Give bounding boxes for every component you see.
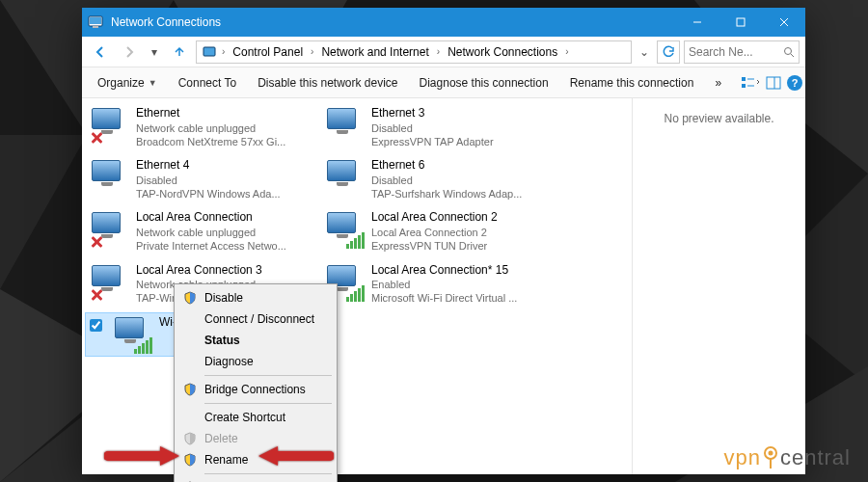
address-bar: ▾ › Control Panel › Network and Internet… (82, 37, 805, 67)
connection-device: TAP-Surfshark Windows Adap... (371, 187, 529, 201)
connection-status: Network cable unplugged (136, 226, 294, 239)
menu-bridge[interactable]: Bridge Connections (177, 379, 334, 400)
maximize-button[interactable] (719, 8, 762, 37)
connection-status: Disabled (136, 174, 294, 187)
overflow-button[interactable]: » (707, 72, 729, 94)
view-options-button[interactable] (741, 71, 760, 94)
breadcrumb[interactable]: › Control Panel › Network and Internet ›… (196, 40, 632, 64)
connection-device: Private Internet Access Netwo... (136, 239, 294, 253)
connection-status: Local Area Connection 2 (371, 226, 529, 239)
svg-rect-20 (742, 84, 746, 88)
shield-icon (181, 430, 199, 447)
menu-status[interactable]: Status (177, 330, 334, 351)
connection-device: TAP-NordVPN Windows Ada... (136, 187, 294, 201)
shield-icon (181, 451, 199, 469)
menu-connect[interactable]: Connect / Disconnect (177, 308, 334, 330)
annotation-arrow-left (104, 445, 179, 469)
menu-properties[interactable]: Properties (177, 477, 334, 482)
connection-item[interactable]: Ethernet 4DisabledTAP-NordVPN Windows Ad… (86, 156, 298, 202)
adapter-icon (325, 106, 364, 145)
titlebar[interactable]: Network Connections (82, 8, 805, 37)
connection-item[interactable]: Local Area Connection* 15EnabledMicrosof… (321, 261, 533, 308)
connection-name: Ethernet 3 (371, 106, 529, 121)
adapter-icon (90, 158, 128, 197)
history-dropdown[interactable]: ▾ (146, 41, 163, 63)
connection-item[interactable]: EthernetNetwork cable unpluggedBroadcom … (86, 104, 298, 150)
organize-button[interactable]: Organize▼ (90, 72, 165, 94)
forward-button[interactable] (117, 40, 142, 65)
connection-item[interactable]: Local Area Connection 2Local Area Connec… (321, 208, 533, 254)
connection-item[interactable]: Ethernet 3DisabledExpressVPN TAP Adapter (321, 104, 533, 150)
connection-name: Ethernet 6 (371, 158, 529, 174)
adapter-icon (325, 210, 364, 249)
window-title: Network Connections (109, 15, 675, 29)
connection-name: Ethernet (136, 106, 294, 121)
back-button[interactable] (88, 40, 113, 65)
chevron-right-icon: › (563, 46, 570, 57)
preview-pane: No preview available. (632, 98, 805, 474)
connection-item[interactable]: Ethernet 6DisabledTAP-Surfshark Windows … (321, 156, 533, 202)
connection-name: Local Area Connection 2 (371, 210, 529, 226)
adapter-icon (325, 158, 364, 197)
svg-rect-19 (742, 77, 746, 81)
svg-marker-26 (160, 446, 179, 466)
menu-diagnose[interactable]: Diagnose (177, 351, 334, 372)
search-input[interactable] (689, 45, 779, 59)
connection-name: Local Area Connection 3 (136, 263, 294, 279)
connection-device: Broadcom NetXtreme 57xx Gi... (136, 135, 294, 148)
connect-to-button[interactable]: Connect To (171, 72, 245, 94)
connection-status: Network cable unplugged (136, 121, 294, 135)
rename-connection-button[interactable]: Rename this connection (562, 72, 702, 94)
connection-list[interactable]: EthernetNetwork cable unpluggedBroadcom … (82, 98, 632, 474)
menu-disable[interactable]: Disable (177, 287, 334, 308)
menu-separator (204, 473, 332, 474)
connection-name: Local Area Connection (136, 210, 294, 226)
svg-rect-23 (767, 77, 780, 89)
logo-text-1: vpn (723, 445, 760, 470)
logo-text-2: central (780, 445, 851, 470)
adapter-icon (90, 210, 128, 249)
svg-point-17 (785, 47, 792, 54)
connection-status: Enabled (371, 278, 529, 291)
connection-item[interactable]: Local Area ConnectionNetwork cable unplu… (86, 208, 298, 254)
svg-line-18 (791, 54, 794, 57)
preview-pane-button[interactable] (766, 71, 781, 94)
adapter-icon (90, 106, 128, 145)
breadcrumb-segment[interactable]: Network and Internet (317, 43, 432, 61)
minimize-button[interactable] (675, 8, 719, 37)
svg-marker-28 (258, 446, 278, 466)
connection-checkbox[interactable] (90, 319, 102, 332)
connection-device: ExpressVPN TUN Driver (371, 239, 529, 253)
pin-icon (763, 446, 778, 469)
search-box[interactable] (684, 40, 800, 64)
menu-shortcut[interactable]: Create Shortcut (177, 407, 334, 428)
refresh-button[interactable] (657, 40, 680, 64)
search-icon (783, 46, 795, 58)
connection-name: Local Area Connection* 15 (371, 263, 529, 279)
annotation-arrow-right (258, 445, 334, 469)
adapter-icon (113, 315, 151, 354)
command-bar: Organize▼ Connect To Disable this networ… (82, 67, 805, 98)
chevron-right-icon: › (435, 46, 442, 57)
location-icon (201, 43, 218, 61)
preview-text: No preview available. (642, 112, 796, 125)
svg-rect-11 (93, 26, 98, 28)
network-connections-icon (82, 14, 109, 30)
up-button[interactable] (167, 40, 192, 65)
disable-device-button[interactable]: Disable this network device (250, 72, 405, 94)
shield-icon (181, 289, 199, 307)
help-button[interactable]: ? (787, 71, 802, 94)
caret-down-icon: ▼ (149, 78, 157, 88)
watermark-logo: vpn central (723, 445, 851, 470)
menu-separator (204, 403, 332, 404)
breadcrumb-segment[interactable]: Network Connections (444, 43, 561, 61)
breadcrumb-segment[interactable]: Control Panel (229, 43, 307, 61)
close-button[interactable] (762, 8, 805, 37)
chevron-right-icon: › (220, 46, 227, 57)
chevron-right-icon: › (309, 46, 315, 57)
connection-status: Disabled (371, 174, 529, 187)
address-history-dropdown[interactable]: ⌄ (636, 41, 653, 63)
diagnose-connection-button[interactable]: Diagnose this connection (412, 72, 556, 94)
connection-device: Microsoft Wi-Fi Direct Virtual ... (371, 291, 529, 305)
menu-separator (204, 375, 332, 376)
